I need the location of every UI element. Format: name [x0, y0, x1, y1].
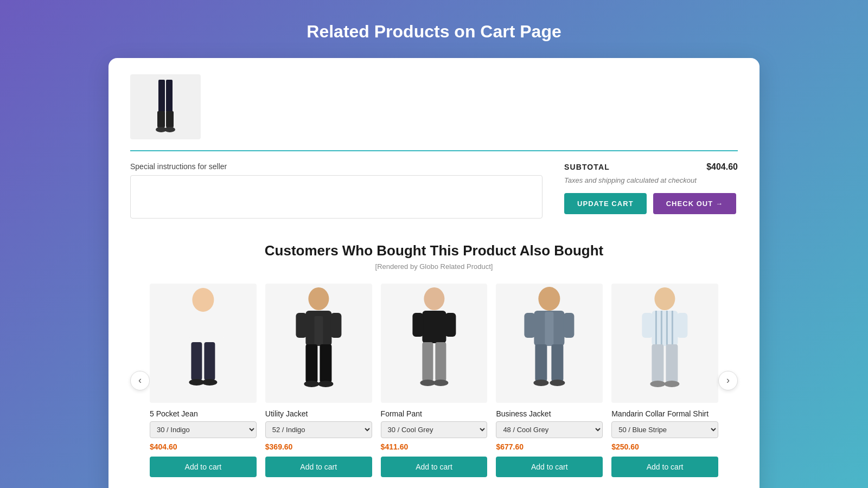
- product-variant-select[interactable]: 30 / Indigo32 / Indigo34 / Indigo: [150, 421, 257, 438]
- svg-point-29: [420, 380, 435, 386]
- product-card: Mandarin Collar Formal Shirt50 / Blue St…: [611, 284, 718, 477]
- product-name: Formal Pant: [381, 409, 422, 418]
- cart-image-row: [130, 74, 738, 139]
- product-card: Utility Jacket52 / Indigo50 / Indigo48 /…: [265, 284, 372, 477]
- svg-rect-3: [166, 111, 174, 127]
- subtotal-row: SUBTOTAL $404.60: [564, 162, 738, 172]
- svg-rect-24: [422, 311, 446, 343]
- product-name: Utility Jacket: [265, 409, 308, 418]
- product-price: $404.60: [150, 442, 177, 451]
- svg-rect-9: [214, 314, 225, 338]
- add-to-cart-button[interactable]: Add to cart: [611, 457, 718, 477]
- products-grid: 5 Pocket Jean30 / Indigo32 / Indigo34 / …: [150, 284, 718, 477]
- svg-rect-17: [330, 313, 341, 338]
- product-image: [496, 284, 603, 403]
- svg-point-6: [192, 288, 214, 312]
- product-card: 5 Pocket Jean30 / Indigo32 / Indigo34 / …: [150, 284, 257, 477]
- subtotal-label: SUBTOTAL: [564, 163, 610, 171]
- cart-product-image: [130, 74, 201, 139]
- svg-rect-27: [422, 342, 433, 381]
- product-card: Formal Pant30 / Cool Grey32 / Cool Grey3…: [381, 284, 488, 477]
- product-price: $369.60: [265, 442, 293, 451]
- svg-point-12: [189, 379, 204, 386]
- product-price: $250.60: [611, 442, 639, 451]
- carousel-prev-button[interactable]: ‹: [130, 371, 150, 390]
- product-image: [265, 284, 372, 403]
- product-image: [381, 284, 488, 403]
- svg-point-40: [655, 287, 675, 310]
- svg-point-50: [650, 381, 666, 387]
- instructions-label: Special instructions for seller: [130, 162, 542, 171]
- instructions-textarea[interactable]: [130, 175, 542, 219]
- svg-point-38: [534, 380, 549, 386]
- product-name: Mandarin Collar Formal Shirt: [611, 409, 709, 418]
- svg-rect-35: [545, 312, 554, 346]
- svg-point-30: [433, 380, 448, 386]
- svg-rect-16: [296, 313, 307, 338]
- products-carousel: ‹ 5 Pocket Jean30 / Indigo32 / Indigo34 …: [130, 284, 738, 477]
- svg-rect-48: [652, 344, 664, 382]
- product-price: $411.60: [381, 442, 409, 451]
- product-price: $677.60: [496, 442, 524, 451]
- cart-bottom: Special instructions for seller SUBTOTAL…: [130, 162, 738, 221]
- related-products-title: Customers Who Bought This Product Also B…: [130, 242, 738, 259]
- add-to-cart-button[interactable]: Add to cart: [381, 457, 488, 477]
- svg-rect-49: [666, 344, 678, 382]
- product-image: [150, 284, 257, 403]
- svg-rect-1: [166, 80, 173, 112]
- add-to-cart-button[interactable]: Add to cart: [150, 457, 257, 477]
- svg-rect-19: [305, 344, 317, 382]
- product-name: Business Jacket: [496, 409, 551, 418]
- svg-point-22: [318, 381, 333, 387]
- update-cart-button[interactable]: UPDATE CART: [564, 193, 647, 214]
- cart-buttons: UPDATE CART CHECK OUT →: [564, 193, 738, 214]
- svg-point-5: [164, 127, 175, 132]
- svg-rect-34: [564, 313, 575, 338]
- instructions-section: Special instructions for seller: [130, 162, 542, 221]
- svg-rect-7: [191, 312, 215, 344]
- carousel-next-button[interactable]: ›: [718, 371, 738, 390]
- svg-point-51: [665, 381, 680, 387]
- svg-point-21: [304, 381, 319, 387]
- svg-rect-36: [535, 344, 547, 381]
- svg-point-13: [202, 379, 217, 386]
- svg-rect-10: [191, 342, 202, 380]
- svg-rect-28: [435, 342, 446, 381]
- product-variant-select[interactable]: 48 / Cool Grey50 / Cool Grey52 / Cool Gr…: [496, 421, 603, 438]
- checkout-button[interactable]: CHECK OUT →: [653, 193, 736, 214]
- arrow-left-icon: ‹: [138, 375, 142, 386]
- product-variant-select[interactable]: 52 / Indigo50 / Indigo48 / Indigo: [265, 421, 372, 438]
- product-name: 5 Pocket Jean: [150, 409, 198, 418]
- product-variant-select[interactable]: 50 / Blue Stripe48 / Blue Stripe52 / Blu…: [611, 421, 718, 438]
- arrow-right-icon: ›: [726, 375, 730, 386]
- tax-note: Taxes and shipping calculated at checkou…: [564, 176, 738, 184]
- svg-rect-20: [320, 344, 331, 382]
- product-image: [611, 284, 718, 403]
- main-card: Special instructions for seller SUBTOTAL…: [108, 58, 760, 488]
- svg-point-23: [424, 287, 444, 310]
- related-products-subtitle: [Rendered by Globo Related Product]: [130, 262, 738, 271]
- add-to-cart-button[interactable]: Add to cart: [496, 457, 603, 477]
- svg-rect-37: [552, 344, 564, 381]
- svg-rect-2: [157, 111, 165, 127]
- svg-point-31: [539, 287, 560, 311]
- svg-rect-18: [314, 316, 323, 346]
- add-to-cart-button[interactable]: Add to cart: [265, 457, 372, 477]
- subtotal-value: $404.60: [706, 162, 738, 172]
- svg-rect-26: [445, 313, 456, 337]
- svg-rect-33: [525, 313, 535, 338]
- svg-rect-0: [158, 80, 165, 112]
- divider: [130, 150, 738, 151]
- page-title: Related Products on Cart Page: [307, 22, 561, 42]
- subtotal-section: SUBTOTAL $404.60 Taxes and shipping calc…: [564, 162, 738, 221]
- product-variant-select[interactable]: 30 / Cool Grey32 / Cool Grey34 / Cool Gr…: [381, 421, 488, 438]
- svg-point-14: [308, 287, 329, 310]
- svg-point-39: [550, 380, 565, 386]
- svg-rect-47: [677, 313, 688, 338]
- svg-rect-25: [412, 313, 423, 337]
- product-card: Business Jacket48 / Cool Grey50 / Cool G…: [496, 284, 603, 477]
- svg-rect-46: [642, 313, 653, 338]
- svg-rect-8: [181, 314, 192, 338]
- svg-rect-11: [204, 342, 215, 380]
